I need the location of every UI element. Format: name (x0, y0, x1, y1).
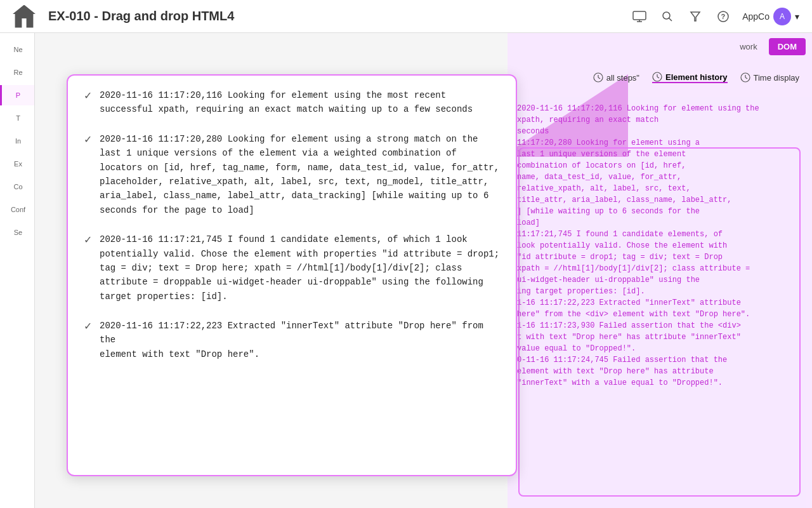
tab-bar: work DOM (724, 33, 812, 60)
sidebar-item-p[interactable]: P (0, 85, 34, 105)
home-icon[interactable] (13, 5, 36, 28)
svg-point-3 (663, 12, 670, 19)
svg-line-10 (598, 77, 600, 79)
bg-log-line: ] [while waiting up to 6 seconds for the (517, 206, 802, 217)
tab-work[interactable]: work (731, 38, 766, 55)
help-icon[interactable]: ? (714, 8, 732, 25)
bg-log-line: ing target properties: [id]. (517, 286, 802, 297)
bg-log-line: 11:17:21,745 I found 1 candidate element… (517, 229, 802, 240)
user-menu[interactable]: AppCo A ▾ (742, 8, 799, 25)
log-entry: ✓ 2020-11-16 11:17:22,223 Extracted "inn… (84, 319, 500, 361)
monitor-icon[interactable] (631, 8, 648, 25)
checkmark-icon: ✓ (84, 320, 92, 332)
sidebar-item-ex[interactable]: Ex (0, 154, 34, 174)
sidebar-item-co[interactable]: Co (0, 177, 34, 197)
time-display-control[interactable]: Time display (740, 72, 799, 83)
main-log-card[interactable]: ✓ 2020-11-16 11:17:20,116 Looking for el… (67, 74, 517, 476)
bg-log-line: xpath = //html[1]/body[1]/div[2]; class … (517, 263, 802, 274)
bg-log-line: here" from the <div> element with text "… (517, 309, 802, 320)
svg-text:?: ? (721, 13, 726, 20)
sidebar-item-conf[interactable]: Conf (0, 199, 34, 220)
log-text: 2020-11-16 11:17:22,223 Extracted "inner… (100, 319, 500, 361)
all-steps-control[interactable]: all steps" (593, 72, 639, 83)
bg-log-line: 1-16 11:17:23,930 Failed assertion that … (517, 320, 802, 331)
user-avatar: A (773, 8, 791, 25)
svg-line-4 (669, 18, 672, 21)
log-text: 2020-11-16 11:17:20,116 Looking for elem… (100, 88, 500, 117)
svg-marker-5 (691, 12, 700, 21)
element-history-control[interactable]: Element history (652, 72, 728, 83)
header: EX-010 - Drag and drop HTML4 ? (0, 0, 812, 33)
log-text: 2020-11-16 11:17:20,280 Looking for elem… (100, 132, 500, 217)
clock-icon-2 (652, 72, 662, 82)
checkmark-icon: ✓ (84, 234, 92, 246)
clock-icon-3 (740, 72, 750, 83)
svg-line-13 (657, 77, 659, 78)
log-entry: ✓ 2020-11-16 11:17:20,116 Looking for el… (84, 88, 500, 117)
page-title: EX-010 - Drag and drop HTML4 (48, 9, 631, 23)
bg-log-line: element with text "Drop here" has attrib… (517, 366, 802, 377)
bg-log-line: value equal to "Dropped!". (517, 343, 802, 354)
bg-log-line: t with text "Drop here" has attribute "i… (517, 331, 802, 343)
header-icons: ? AppCo A ▾ (631, 8, 799, 25)
bg-log-line: "id attribute = drop1; tag = div; text =… (517, 251, 802, 263)
log-text: 2020-11-16 11:17:21,745 I found 1 candid… (100, 232, 500, 304)
bg-log-line: relative_xpath, alt, label, src, text, (517, 183, 802, 194)
bg-log-line: look potentially valid. Chose the elemen… (517, 240, 802, 251)
element-history-label: Element history (665, 72, 728, 82)
bg-log-line: name, data_test_id, value, for_attr, (517, 171, 802, 183)
sidebar: Ne Re P T In Ex Co Conf Se (0, 33, 35, 508)
search-icon[interactable] (658, 8, 676, 25)
svg-line-16 (745, 77, 747, 79)
bg-log-line: 1-16 11:17:22,223 Extracted "innerText" … (517, 297, 802, 309)
all-steps-label: all steps" (606, 73, 639, 83)
sidebar-item-t[interactable]: T (0, 108, 34, 128)
log-entry: ✓ 2020-11-16 11:17:21,745 I found 1 cand… (84, 232, 500, 304)
main-layout: Ne Re P T In Ex Co Conf Se work DOM (0, 33, 812, 508)
user-label: AppCo (742, 11, 769, 22)
bg-log-line: ui-widget-header ui-droppable" using the (517, 274, 802, 286)
bg-log-line: load] (517, 217, 802, 229)
bg-log-line: combination of locators on [id, href, (517, 160, 802, 171)
sidebar-item-in[interactable]: In (0, 131, 34, 151)
checkmark-icon: ✓ (84, 133, 92, 145)
filter-icon[interactable] (686, 8, 704, 25)
user-dropdown-icon: ▾ (795, 11, 799, 22)
log-entry: ✓ 2020-11-16 11:17:20,280 Looking for el… (84, 132, 500, 217)
sidebar-item-se[interactable]: Se (0, 222, 34, 243)
clock-icon-1 (593, 72, 603, 83)
bg-log-line: "innerText" with a value equal to "Dropp… (517, 377, 802, 389)
tab-dom[interactable]: DOM (769, 38, 806, 55)
content-area: work DOM all steps" (35, 33, 812, 508)
panel-controls: all steps" Element history Time display (508, 65, 812, 90)
bg-log-line: title_attr, aria_label, class_name, labe… (517, 194, 802, 206)
svg-rect-0 (633, 11, 646, 20)
time-display-label: Time display (754, 73, 799, 83)
checkmark-icon: ✓ (84, 90, 92, 102)
bg-log-line: 0-11-16 11:17:24,745 Failed assertion th… (517, 354, 802, 366)
bg-log-panel: 2020-11-16 11:17:20,116 Looking for elem… (508, 97, 812, 508)
sidebar-item-re[interactable]: Re (0, 62, 34, 83)
sidebar-item-ne[interactable]: Ne (0, 39, 34, 60)
